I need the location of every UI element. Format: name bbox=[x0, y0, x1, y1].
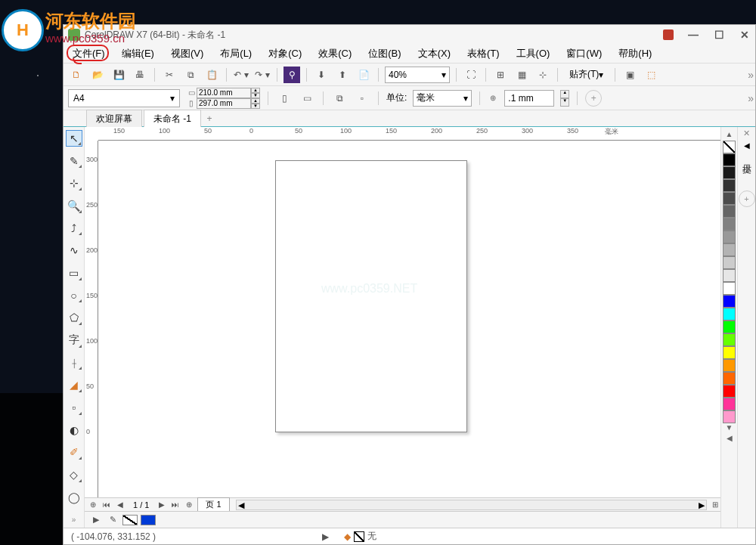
import-icon[interactable]: ⬇ bbox=[313, 67, 330, 83]
launcher-icon[interactable]: ⬚ bbox=[643, 67, 659, 83]
portrait-icon[interactable]: ▯ bbox=[276, 90, 293, 107]
status-play-icon[interactable]: ▶ bbox=[322, 531, 329, 542]
fill-tool-icon[interactable]: ◇ bbox=[66, 466, 82, 483]
close-button[interactable]: ✕ bbox=[739, 29, 751, 41]
transparency-tool-icon[interactable]: ◐ bbox=[66, 422, 82, 438]
current-page-icon[interactable]: ▫ bbox=[354, 90, 370, 107]
menu-layout[interactable]: 布局(L) bbox=[217, 45, 255, 62]
publish-icon[interactable]: 📄 bbox=[355, 67, 372, 83]
outline-tool-icon[interactable]: ◯ bbox=[66, 489, 82, 506]
dropshadow-tool-icon[interactable]: ▫ bbox=[66, 399, 82, 416]
palette-swatch[interactable] bbox=[723, 295, 736, 308]
palette-swatch[interactable] bbox=[723, 179, 736, 192]
palette-swatch[interactable] bbox=[723, 359, 736, 372]
menu-bitmap[interactable]: 位图(B) bbox=[365, 45, 404, 62]
new-icon[interactable]: 🗋 bbox=[68, 67, 85, 83]
ellipse-tool-icon[interactable]: ○ bbox=[66, 287, 82, 304]
palette-swatch[interactable] bbox=[723, 218, 736, 231]
ruler-horizontal[interactable]: 150 100 50 0 50 100 150 200 250 300 350 … bbox=[98, 127, 720, 141]
unit-combo[interactable]: 毫米▾ bbox=[413, 90, 472, 107]
text-tool-icon[interactable]: 字 bbox=[66, 332, 82, 348]
freehand-tool-icon[interactable]: ⤴ bbox=[66, 220, 82, 237]
nudge-spinner[interactable]: ▲▼ bbox=[560, 90, 569, 107]
palette-swatch[interactable] bbox=[723, 308, 736, 320]
palette-swatch[interactable] bbox=[723, 282, 736, 295]
eyedropper-status-icon[interactable]: ✎ bbox=[106, 513, 119, 527]
docker-add-icon[interactable]: + bbox=[739, 190, 755, 207]
hscroll-track[interactable]: ◀▶ bbox=[236, 500, 707, 510]
maximize-button[interactable]: ☐ bbox=[713, 29, 725, 41]
pick-tool-icon[interactable]: ↖ bbox=[66, 130, 82, 147]
palette-swatch[interactable] bbox=[723, 153, 736, 166]
menu-window[interactable]: 窗口(W) bbox=[563, 45, 605, 62]
open-icon[interactable]: 📂 bbox=[89, 67, 106, 83]
palette-swatch[interactable] bbox=[723, 269, 736, 282]
all-pages-icon[interactable]: ⧉ bbox=[331, 90, 348, 107]
zoom-combo[interactable]: 40%▾ bbox=[385, 67, 450, 83]
page-tab[interactable]: 页 1 bbox=[197, 497, 229, 512]
paper-size-combo[interactable]: A4▾ bbox=[68, 89, 180, 107]
artistic-tool-icon[interactable]: ∿ bbox=[66, 242, 82, 259]
dimension-tool-icon[interactable]: ⟊ bbox=[66, 355, 82, 371]
guides-icon[interactable]: ⊹ bbox=[534, 67, 551, 83]
palette-none[interactable] bbox=[723, 141, 736, 153]
landscape-icon[interactable]: ▭ bbox=[299, 90, 315, 107]
menu-view[interactable]: 视图(V) bbox=[168, 45, 206, 62]
fullscreen-icon[interactable]: ⛶ bbox=[463, 67, 479, 83]
redo-icon[interactable]: ↷ ▾ bbox=[254, 67, 271, 83]
palette-swatch[interactable] bbox=[723, 372, 736, 385]
palette-swatch[interactable] bbox=[723, 192, 736, 205]
copy-icon[interactable]: ⧉ bbox=[182, 67, 199, 83]
palette-swatch[interactable] bbox=[723, 385, 736, 398]
rulers-icon[interactable]: ⊞ bbox=[492, 67, 509, 83]
first-page-icon[interactable]: ⏮ bbox=[101, 500, 112, 510]
docker-close-icon[interactable]: ✕ bbox=[743, 129, 750, 138]
menu-table[interactable]: 表格(T) bbox=[464, 45, 503, 62]
export-icon[interactable]: ⬆ bbox=[334, 67, 351, 83]
snap-dropdown[interactable]: 贴齐(T) ▾ bbox=[564, 67, 609, 83]
menu-text[interactable]: 文本(X) bbox=[415, 45, 454, 62]
palette-swatch[interactable] bbox=[723, 231, 736, 243]
zoom-tool-icon[interactable]: 🔍 bbox=[66, 197, 82, 214]
add-page-after-icon[interactable]: ⊕ bbox=[184, 500, 194, 510]
add-preset-icon[interactable]: + bbox=[585, 90, 602, 107]
tab-welcome[interactable]: 欢迎屏幕 bbox=[86, 110, 142, 128]
search-content-icon[interactable]: ⚲ bbox=[284, 67, 300, 83]
menu-object[interactable]: 对象(C) bbox=[265, 45, 305, 62]
page-height-input[interactable]: 297.0 mm bbox=[197, 98, 251, 109]
paste-icon[interactable]: 📋 bbox=[203, 67, 220, 83]
polygon-tool-icon[interactable]: ⬠ bbox=[66, 309, 82, 326]
connector-tool-icon[interactable]: ◢ bbox=[66, 376, 82, 393]
toolbox-overflow-icon[interactable]: » bbox=[66, 511, 82, 528]
height-spinner[interactable]: ▲▼ bbox=[251, 98, 260, 109]
propbar-overflow-icon[interactable]: » bbox=[748, 92, 751, 104]
minimize-button[interactable]: — bbox=[687, 29, 699, 41]
menu-help[interactable]: 帮助(H) bbox=[615, 45, 655, 62]
undo-icon[interactable]: ↶ ▾ bbox=[233, 67, 249, 83]
menu-effect[interactable]: 效果(C) bbox=[315, 45, 355, 62]
drawing-canvas[interactable]: www.pc0359.NET bbox=[98, 141, 720, 497]
save-icon[interactable]: 💾 bbox=[110, 67, 127, 83]
palette-swatch[interactable] bbox=[723, 333, 736, 346]
palette-swatch[interactable] bbox=[723, 398, 736, 410]
nudge-input[interactable]: .1 mm bbox=[504, 90, 554, 107]
page-width-input[interactable]: 210.0 mm bbox=[197, 88, 251, 98]
add-page-icon[interactable]: ⊕ bbox=[88, 500, 98, 510]
palette-swatch[interactable] bbox=[723, 256, 736, 269]
palette-flyout-icon[interactable]: ◀ bbox=[727, 434, 733, 444]
palette-swatch[interactable] bbox=[723, 346, 736, 359]
palette-swatch[interactable] bbox=[723, 320, 736, 333]
ruler-vertical[interactable]: 300 250 200 150 100 50 0 bbox=[85, 141, 98, 497]
options-icon[interactable]: ▣ bbox=[621, 67, 638, 83]
palette-swatch[interactable] bbox=[723, 410, 736, 423]
next-page-icon[interactable]: ▶ bbox=[156, 500, 167, 510]
palette-down-icon[interactable]: ▼ bbox=[726, 423, 733, 434]
palette-up-icon[interactable]: ▲ bbox=[726, 130, 733, 141]
tab-document[interactable]: 未命名 -1 bbox=[144, 110, 201, 129]
width-spinner[interactable]: ▲▼ bbox=[251, 88, 260, 98]
outline-swatch[interactable] bbox=[141, 515, 156, 525]
fill-swatch[interactable] bbox=[122, 515, 138, 525]
menu-edit[interactable]: 编辑(E) bbox=[119, 45, 157, 62]
palette-swatch[interactable] bbox=[723, 166, 736, 179]
menu-tools[interactable]: 工具(O) bbox=[513, 45, 553, 62]
